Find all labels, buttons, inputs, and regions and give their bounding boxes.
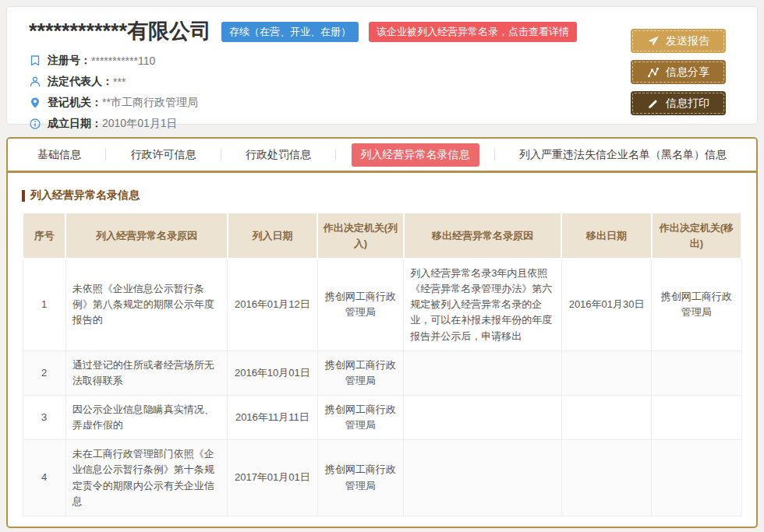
cell-list-reason: 未在工商行政管理部门依照《企业信息公示暂行条例》第十条规定责令的期限内公示有关企… [65, 440, 227, 516]
cell-remove-date: 2016年01月30日 [561, 259, 651, 351]
cell-list-reason: 通过登记的住所或者经营场所无法取得联系 [65, 351, 227, 395]
cell-list-date: 2016年10月01日 [228, 351, 317, 395]
tab-bar: 基础信息 行政许可信息 行政处罚信息 列入经营异常名录信息 列入严重违法失信企业… [8, 139, 756, 173]
col-header-index: 序号 [23, 213, 65, 259]
col-header-remove-authority: 作出决定机关(移出) [652, 213, 741, 259]
cell-remove-authority [652, 395, 741, 439]
cell-index: 1 [23, 259, 65, 351]
cell-list-reason: 未依照《企业信息公示暂行条例》第八条规定的期限公示年度报告的 [65, 259, 227, 351]
tab-divider [105, 149, 106, 160]
header-action-buttons: 发送报告 信息分享 信息打印 [631, 29, 726, 115]
detail-legal-representative: 法定代表人： *** [29, 72, 735, 93]
cell-remove-authority: 携创网工商行政管理局 [652, 259, 741, 351]
tab-abnormal-operations[interactable]: 列入经营异常名录信息 [352, 143, 479, 167]
col-header-list-authority: 作出决定机关(列入) [317, 213, 404, 259]
cell-list-authority: 携创网工商行政管理局 [317, 395, 404, 439]
cell-list-reason: 因公示企业信息隐瞒真实情况、弄虚作假的 [65, 395, 227, 439]
tab-blacklist[interactable]: 列入严重违法失信企业名单（黑名单）信息 [510, 143, 736, 167]
send-report-button[interactable]: 发送报告 [631, 29, 726, 53]
cell-list-date: 2017年01月01日 [228, 440, 317, 516]
cell-remove-reason [404, 351, 562, 395]
cell-remove-date [561, 351, 651, 395]
info-circle-icon [29, 118, 41, 130]
detail-establish-date: 成立日期： 2010年01月1日 [29, 114, 735, 135]
detail-value: 2010年01月1日 [102, 117, 178, 131]
main-content-card: 基础信息 行政许可信息 行政处罚信息 列入经营异常名录信息 列入严重违法失信企业… [6, 137, 758, 528]
abnormal-alert-badge[interactable]: 该企业被列入经营异常名录，点击查看详情 [369, 22, 577, 42]
company-name: ************有限公司 [29, 20, 211, 44]
detail-registration-number: 注册号： ***********110 [29, 51, 735, 72]
abnormal-operations-table: 序号 列入经营异常名录原因 列入日期 作出决定机关(列入) 移出经营异常名录原因… [22, 212, 742, 516]
share-info-button[interactable]: 信息分享 [631, 60, 726, 84]
cell-list-date: 2016年11月11日 [228, 395, 317, 439]
action-button-label: 发送报告 [666, 34, 709, 48]
pagination-row: 共 查询到 4 条记录 共 1 页 首页 ◂上一页 1 下一页▸ 末页 [22, 527, 742, 528]
tab-administrative-license[interactable]: 行政许可信息 [122, 143, 206, 167]
cell-remove-date [561, 440, 651, 516]
detail-registration-authority: 登记机关： **市工商行政管理局 [29, 93, 735, 114]
detail-value: **市工商行政管理局 [102, 96, 198, 110]
section-title-bar [22, 190, 25, 202]
pager: 首页 ◂上一页 1 下一页▸ 末页 [376, 527, 605, 528]
section-title: 列入经营异常名录信息 [30, 188, 140, 203]
action-button-label: 信息分享 [666, 65, 709, 79]
paper-plane-icon [647, 35, 660, 48]
cell-remove-date [561, 395, 651, 439]
cell-index: 4 [23, 440, 65, 516]
detail-value: *** [113, 76, 126, 88]
company-name-row: ************有限公司 存续（在营、开业、在册） 该企业被列入经营异常… [29, 20, 735, 44]
company-header-card: ************有限公司 存续（在营、开业、在册） 该企业被列入经营异常… [6, 6, 758, 125]
last-page-button[interactable]: 末页 [566, 527, 605, 528]
cell-list-authority: 携创网工商行政管理局 [317, 440, 404, 516]
current-page-button[interactable]: 1 [479, 527, 500, 528]
tab-divider [221, 149, 221, 160]
location-pin-icon [29, 97, 41, 109]
action-button-label: 信息打印 [666, 97, 709, 111]
table-row: 3 因公示企业信息隐瞒真实情况、弄虚作假的 2016年11月11日 携创网工商行… [23, 395, 741, 439]
col-header-remove-reason: 移出经营异常名录原因 [404, 213, 562, 259]
print-info-button[interactable]: 信息打印 [631, 91, 726, 115]
registration-badge-icon [29, 55, 41, 67]
cell-list-authority: 携创网工商行政管理局 [317, 351, 404, 395]
next-page-button[interactable]: 下一页▸ [507, 527, 561, 528]
prev-page-button[interactable]: ◂上一页 [420, 527, 475, 528]
cell-remove-authority [652, 440, 741, 516]
tab-divider [335, 149, 336, 160]
col-header-remove-date: 移出日期 [561, 213, 651, 259]
table-header-row: 序号 列入经营异常名录原因 列入日期 作出决定机关(列入) 移出经营异常名录原因… [23, 213, 741, 259]
status-badge: 存续（在营、开业、在册） [221, 22, 359, 42]
cell-remove-reason: 列入经营异常名录3年内且依照《经营异常名录管理办法》第六规定被列入经营异常名录的… [404, 259, 562, 351]
tab-administrative-penalty[interactable]: 行政处罚信息 [236, 143, 320, 167]
cell-remove-reason [404, 440, 562, 516]
tab-basic-info[interactable]: 基础信息 [28, 143, 90, 167]
abnormal-operations-section: 列入经营异常名录信息 序号 列入经营异常名录原因 列入日期 作出决定机关(列入)… [8, 173, 756, 528]
first-page-button[interactable]: 首页 [376, 527, 415, 528]
detail-label: 注册号： [48, 54, 91, 68]
cell-index: 2 [23, 351, 65, 395]
table-row: 2 通过登记的住所或者经营场所无法取得联系 2016年10月01日 携创网工商行… [23, 351, 741, 395]
cell-list-authority: 携创网工商行政管理局 [317, 259, 404, 351]
pencil-icon [647, 97, 660, 110]
table-row: 4 未在工商行政管理部门依照《企业信息公示暂行条例》第十条规定责令的期限内公示有… [23, 440, 741, 516]
person-icon [29, 76, 41, 88]
tab-divider [494, 149, 495, 160]
detail-label: 法定代表人： [48, 75, 113, 89]
section-title-row: 列入经营异常名录信息 [22, 188, 742, 203]
cell-list-date: 2016年01月12日 [228, 259, 317, 351]
company-details-list: 注册号： ***********110 法定代表人： *** 登记机关： **市… [29, 51, 735, 135]
col-header-list-reason: 列入经营异常名录原因 [65, 213, 227, 259]
col-header-list-date: 列入日期 [228, 213, 317, 259]
cell-remove-authority [652, 351, 741, 395]
cell-index: 3 [23, 395, 65, 439]
table-row: 1 未依照《企业信息公示暂行条例》第八条规定的期限公示年度报告的 2016年01… [23, 259, 741, 351]
detail-value: ***********110 [91, 55, 155, 67]
share-nodes-icon [647, 66, 660, 79]
cell-remove-reason [404, 395, 562, 439]
detail-label: 成立日期： [48, 117, 102, 131]
detail-label: 登记机关： [48, 96, 102, 110]
